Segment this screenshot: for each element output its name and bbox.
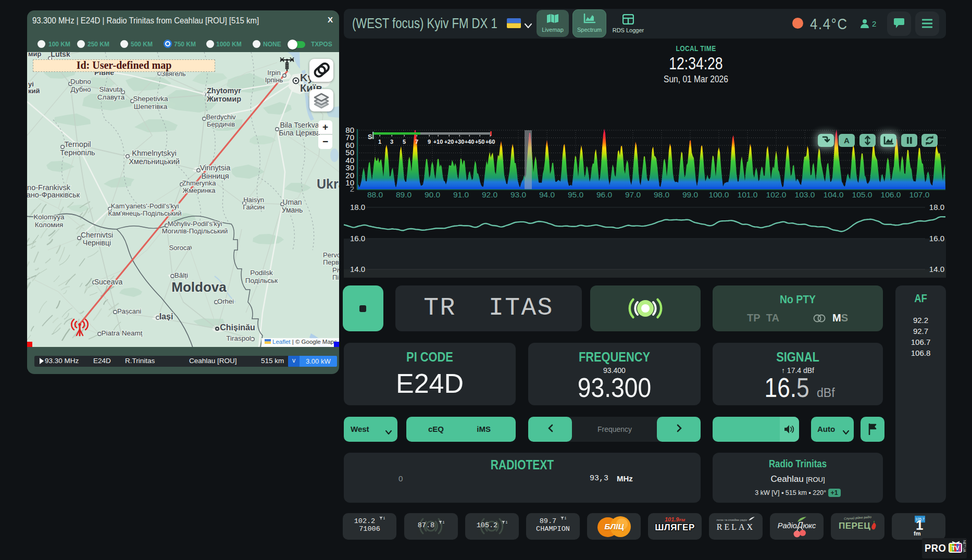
svg-text:100.0: 100.0 xyxy=(709,190,729,199)
svg-text:Iași: Iași xyxy=(159,312,173,321)
svg-text:2: 2 xyxy=(350,184,354,193)
svg-text:Подільськ: Подільськ xyxy=(245,277,278,284)
svg-text:18.0: 18.0 xyxy=(350,203,365,211)
svg-text:91.0: 91.0 xyxy=(453,190,469,199)
svg-text:Бердичів: Бердичів xyxy=(207,120,235,128)
svg-text:Lutsk: Lutsk xyxy=(51,52,70,58)
svg-text:Podilsk: Podilsk xyxy=(250,269,273,277)
svg-text:+40: +40 xyxy=(465,139,475,145)
svg-text:Жмеринка: Жмеринка xyxy=(182,186,216,194)
svg-text:7: 7 xyxy=(415,139,418,145)
svg-text:Шепетівка: Шепетівка xyxy=(134,103,168,110)
svg-text:98.0: 98.0 xyxy=(654,190,670,199)
svg-text:Vinnytsia: Vinnytsia xyxy=(200,164,231,172)
svg-text:97.0: 97.0 xyxy=(625,190,641,199)
svg-text:3: 3 xyxy=(390,139,393,145)
svg-text:Kam'yanets'-Podil's'kyi: Kam'yanets'-Podil's'kyi xyxy=(111,202,179,210)
svg-text:кий: кий xyxy=(28,87,40,95)
svg-text:106.0: 106.0 xyxy=(881,190,901,199)
svg-text:Хмельницький: Хмельницький xyxy=(129,157,180,166)
svg-text:Bila Tserkva: Bila Tserkva xyxy=(280,121,319,129)
svg-text:99.0: 99.0 xyxy=(682,190,699,199)
svg-text:14.0: 14.0 xyxy=(350,265,365,273)
svg-text:Тернопіль: Тернопіль xyxy=(60,148,95,157)
svg-text:Коломия: Коломия xyxy=(35,221,64,229)
svg-text:Гайсин: Гайсин xyxy=(243,203,265,211)
svg-text:+20: +20 xyxy=(444,139,454,145)
svg-text:Кам'янець-Подільський: Кам'янець-Подільський xyxy=(108,209,182,217)
svg-text:Bălți: Bălți xyxy=(175,271,188,279)
svg-text:+60: +60 xyxy=(485,139,495,145)
svg-text:Suceava: Suceava xyxy=(94,278,123,286)
svg-text:Uman: Uman xyxy=(282,198,302,206)
svg-text:Дубно: Дубно xyxy=(70,85,91,93)
svg-text:+10: +10 xyxy=(433,139,443,145)
svg-text:TV: TV xyxy=(952,545,959,551)
svg-text:Moldova: Moldova xyxy=(171,279,227,295)
svg-text:Shepetivka: Shepetivka xyxy=(133,95,168,103)
svg-text:1: 1 xyxy=(443,521,444,525)
svg-text:101.0: 101.0 xyxy=(738,190,758,199)
svg-text:92.0: 92.0 xyxy=(482,190,498,199)
svg-text:104.0: 104.0 xyxy=(824,190,844,199)
svg-text:Могилів-Подільський: Могилів-Подільський xyxy=(162,227,228,235)
svg-text:Kolomyya: Kolomyya xyxy=(33,213,65,221)
svg-text:+50: +50 xyxy=(475,139,485,145)
svg-text:Chișinău: Chișinău xyxy=(220,323,255,332)
svg-text:Pervoma: Pervoma xyxy=(323,251,339,259)
svg-text:+30: +30 xyxy=(455,139,465,145)
svg-text:Житомир: Житомир xyxy=(206,95,241,103)
svg-text:Пів: Пів xyxy=(332,273,339,281)
svg-text:18.0: 18.0 xyxy=(929,203,944,211)
svg-text:Dubno: Dubno xyxy=(70,78,91,85)
svg-text:89.0: 89.0 xyxy=(396,190,412,199)
svg-text:Zhytomyr: Zhytomyr xyxy=(207,86,241,95)
svg-text:Chernivtsi: Chernivtsi xyxy=(81,231,113,239)
svg-text:Piatra Neamț: Piatra Neamț xyxy=(102,329,143,337)
svg-text:Славута: Славута xyxy=(97,93,125,101)
svg-text:Slavuta: Slavuta xyxy=(99,85,123,93)
svg-text:Ukra: Ukra xyxy=(317,177,339,191)
svg-text:A: A xyxy=(844,136,850,145)
svg-text:Pivo: Pivo xyxy=(332,266,339,274)
svg-text:Berdychiv: Berdychiv xyxy=(206,113,236,121)
svg-text:90.0: 90.0 xyxy=(425,190,441,199)
svg-text:94.0: 94.0 xyxy=(539,190,555,199)
svg-text:1: 1 xyxy=(378,139,381,145)
svg-text:Ternopil: Ternopil xyxy=(65,140,91,148)
svg-text:Orhei: Orhei xyxy=(217,297,234,305)
svg-text:Біла Церква: Біла Церква xyxy=(279,129,320,137)
svg-text:1: 1 xyxy=(506,521,507,525)
svg-text:Tiraspol: Tiraspol xyxy=(226,334,251,342)
svg-text:95.0: 95.0 xyxy=(568,190,584,199)
svg-text:1: 1 xyxy=(565,517,566,520)
svg-text:зано-Франківськ: зано-Франківськ xyxy=(27,191,80,199)
svg-text:103.0: 103.0 xyxy=(795,190,815,199)
svg-text:S: S xyxy=(368,133,372,141)
svg-text:5: 5 xyxy=(403,139,406,145)
svg-text:Mohyliv-Podil's'kyi: Mohyliv-Podil's'kyi xyxy=(168,220,222,228)
svg-text:93.0: 93.0 xyxy=(510,190,527,199)
svg-text:Ірпінь: Ірпінь xyxy=(265,76,283,84)
svg-text:мир: мир xyxy=(28,52,42,58)
svg-text:Khmelnytskyi: Khmelnytskyi xyxy=(132,149,176,157)
svg-text:88.0: 88.0 xyxy=(367,190,383,199)
svg-text:1: 1 xyxy=(383,517,385,520)
svg-text:96.0: 96.0 xyxy=(596,190,613,199)
svg-text:16.0: 16.0 xyxy=(350,234,365,243)
svg-text:16.0: 16.0 xyxy=(929,234,944,243)
svg-text:Irpin: Irpin xyxy=(267,69,280,77)
svg-text:102.0: 102.0 xyxy=(766,190,787,199)
svg-text:Soroca: Soroca xyxy=(169,244,191,252)
svg-text:Умань: Умань xyxy=(282,206,303,214)
svg-text:9: 9 xyxy=(428,139,431,145)
svg-text:107.0: 107.0 xyxy=(909,190,930,199)
svg-text:Haisyn: Haisyn xyxy=(243,196,264,204)
svg-text:Pașcani: Pașcani xyxy=(117,307,141,315)
svg-text:14.0: 14.0 xyxy=(929,265,944,273)
svg-text:Чернівці: Чернівці xyxy=(83,239,111,247)
svg-text:105.0: 105.0 xyxy=(852,190,873,199)
svg-text:Первом: Первом xyxy=(323,258,339,266)
svg-text:Zhmerynka: Zhmerynka xyxy=(182,179,216,187)
